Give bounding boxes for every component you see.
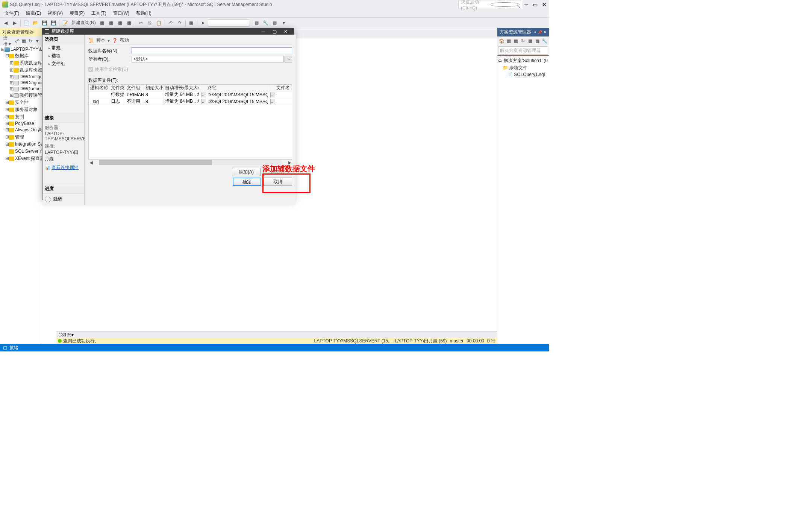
undo-button[interactable]: ↶ xyxy=(167,19,175,27)
help-icon[interactable]: ❓ xyxy=(112,38,118,43)
wrench-icon[interactable]: 🔧 xyxy=(262,19,270,27)
tree-node[interactable]: ⊟数据库 xyxy=(1,52,41,59)
tree-node[interactable]: ⊞Integration Services 目 xyxy=(1,141,41,148)
nav-options[interactable]: 选项 xyxy=(42,52,84,60)
nav-back-button[interactable]: ◀ xyxy=(2,19,10,27)
nav-general[interactable]: 常规 xyxy=(42,44,84,52)
sol-tb-icon4[interactable]: ▦ xyxy=(534,37,541,45)
new-query-button[interactable]: 新建查询(N) xyxy=(70,20,97,26)
paste-button[interactable]: 📋 xyxy=(155,19,163,27)
dialog-minimize-button[interactable]: ─ xyxy=(258,29,269,34)
dialog-close-button[interactable]: ✕ xyxy=(280,29,291,34)
tree-node[interactable]: ⊞安全性 xyxy=(1,99,41,106)
tree-node[interactable]: ⊞教师授课管理数据库 xyxy=(1,92,41,99)
tree-node[interactable]: ⊞系统数据库 xyxy=(1,59,41,67)
tb-misc-icon[interactable]: ▦ xyxy=(271,19,279,27)
oe-icon1[interactable]: ☍ xyxy=(14,37,20,45)
tb-arrow-icon[interactable]: ➤ xyxy=(199,19,207,27)
quick-launch-search[interactable]: 快速启动 (Ctrl+Q) xyxy=(458,1,522,8)
zoom-combo[interactable]: 133 % xyxy=(59,332,71,338)
close-button[interactable]: ✕ xyxy=(542,2,547,8)
database-files-grid[interactable]: 逻辑名称 文件类型 文件组 初始大小(MB) 自动增长/最大大小 路径 文件名 … xyxy=(88,84,292,160)
path-browse-button[interactable]: ... xyxy=(270,92,275,97)
open-button[interactable]: 📂 xyxy=(31,19,39,27)
menu-tools[interactable]: 工具(T) xyxy=(88,9,109,17)
sol-tb-icon1[interactable]: ▦ xyxy=(505,37,512,45)
tree-node[interactable]: ⊞数据库快照 xyxy=(1,67,41,74)
tree-node[interactable]: ⊞DWConfiguration xyxy=(1,74,41,80)
connection-value: LAPTOP-TYY\田月垚 xyxy=(45,149,82,162)
sol-refresh-icon[interactable]: ↻ xyxy=(520,37,526,45)
tree-node[interactable]: ⊞服务器对象 xyxy=(1,106,41,113)
grid-row[interactable]: _log日志不适用8增量为 64 MB，增长......D:\SQL2019\M… xyxy=(89,98,292,105)
tb-icon-1[interactable]: ▦ xyxy=(98,19,106,27)
sol-pin-icon[interactable]: 📌 xyxy=(538,30,542,34)
oe-icon2[interactable]: ▦ xyxy=(21,37,27,45)
save-button[interactable]: 💾 xyxy=(40,19,48,27)
menu-edit[interactable]: 编辑(E) xyxy=(23,9,44,17)
tree-node[interactable]: ⊞XEvent 探查器 xyxy=(1,155,41,162)
ok-button[interactable]: 确定 xyxy=(233,178,261,186)
tb-dropdown-icon[interactable]: ▾ xyxy=(280,19,288,27)
tree-node[interactable]: ⊞PolyBase xyxy=(1,120,41,126)
script-dropdown[interactable]: 脚本 xyxy=(96,37,105,44)
redo-button[interactable]: ↷ xyxy=(176,19,184,27)
menu-help[interactable]: 帮助(H) xyxy=(133,9,155,17)
misc-files-node[interactable]: 📁 杂项文件 xyxy=(498,64,548,71)
cut-button[interactable]: ✂ xyxy=(137,19,145,27)
grid-row[interactable]: 行数据PRIMARY8增量为 64 MB，增长......D:\SQL2019\… xyxy=(89,91,292,98)
dialog-maximize-button[interactable]: ▢ xyxy=(269,29,280,34)
restore-button[interactable]: ▭ xyxy=(533,2,538,8)
new-query-icon[interactable]: 📝 xyxy=(61,19,69,27)
sol-tb-icon3[interactable]: ▦ xyxy=(527,37,534,45)
sol-home-icon[interactable]: 🏠 xyxy=(498,37,505,45)
oe-filter-icon[interactable]: ▼ xyxy=(34,37,40,45)
add-button[interactable]: 添加(A) xyxy=(232,168,261,176)
tree-node[interactable]: ⊞DWQueue xyxy=(1,86,41,92)
help-link[interactable]: 帮助 xyxy=(120,37,129,44)
tree-node[interactable]: SQL Server 代理(已禁用 xyxy=(1,148,41,155)
solution-search-input[interactable]: 解决方案资源管理器(Ctrl+;) xyxy=(498,46,548,55)
nav-fwd-button[interactable]: ▶ xyxy=(11,19,19,27)
menu-project[interactable]: 项目(P) xyxy=(67,9,88,17)
tree-node[interactable]: ⊞复制 xyxy=(1,113,41,120)
view-connection-props-link[interactable]: 查看连接属性 xyxy=(52,165,79,170)
menu-window[interactable]: 窗口(W) xyxy=(110,9,132,17)
tb-icon-4[interactable]: ▦ xyxy=(125,19,133,27)
solution-explorer-panel: 方案资源管理器 ▾ 📌 ✕ 🏠 ▦ ▦ ↻ ▦ ▦ 🔧 解决方案资源管理器(Ct… xyxy=(497,28,549,344)
dbname-input[interactable] xyxy=(132,47,292,54)
tree-server-root[interactable]: ⊟LAPTOP-TYY\MSSQLSER xyxy=(1,46,41,52)
menu-view[interactable]: 视图(V) xyxy=(45,9,66,17)
tb-icon-3[interactable]: ▦ xyxy=(116,19,124,27)
autogrow-browse-button[interactable]: ... xyxy=(201,99,206,104)
object-explorer-tree[interactable]: ⊟LAPTOP-TYY\MSSQLSER ⊟数据库⊞系统数据库⊞数据库快照⊞DW… xyxy=(0,46,42,344)
autogrow-browse-button[interactable]: ... xyxy=(201,92,206,97)
sol-props-icon[interactable]: 🔧 xyxy=(541,37,548,45)
cancel-button[interactable]: 取消 xyxy=(264,178,292,186)
tb-icon-2[interactable]: ▦ xyxy=(107,19,115,27)
solution-tree[interactable]: 🗂 解决方案'Solution1' (0 个项目) 📁 杂项文件 📄 SQLQu… xyxy=(497,56,549,344)
tree-node[interactable]: ⊞管理 xyxy=(1,134,41,141)
sol-close-icon[interactable]: ✕ xyxy=(544,30,547,34)
oe-refresh-icon[interactable]: ↻ xyxy=(27,37,33,45)
search-combo[interactable] xyxy=(208,19,249,27)
tb-grid-icon[interactable]: ▦ xyxy=(187,19,195,27)
minimize-button[interactable]: ─ xyxy=(524,2,528,8)
owner-value[interactable]: <默认> xyxy=(132,56,284,62)
sol-dropdown-icon[interactable]: ▾ xyxy=(534,30,536,34)
tree-node[interactable]: ⊞Always On 高可用性 xyxy=(1,126,41,134)
menu-file[interactable]: 文件(F) xyxy=(2,9,22,17)
solution-root[interactable]: 🗂 解决方案'Solution1' (0 个项目) xyxy=(498,57,548,64)
owner-browse-button[interactable]: ... xyxy=(285,56,292,62)
save-all-button[interactable]: 💾 xyxy=(49,19,58,27)
nav-filegroups[interactable]: 文件组 xyxy=(42,60,84,68)
new-item-button[interactable]: 📄 xyxy=(22,19,30,27)
sql-file-node[interactable]: 📄 SQLQuery1.sql xyxy=(498,71,548,78)
tree-node[interactable]: ⊞DWDiagnostics xyxy=(1,80,41,86)
copy-button[interactable]: ⎘ xyxy=(146,19,154,27)
path-browse-button[interactable]: ... xyxy=(270,99,275,104)
registered-servers-icon[interactable]: ▦ xyxy=(253,19,261,27)
grid-horizontal-scrollbar[interactable]: ◀▶ xyxy=(88,160,292,166)
sol-tb-icon2[interactable]: ▦ xyxy=(512,37,519,45)
search-icon xyxy=(490,2,520,7)
